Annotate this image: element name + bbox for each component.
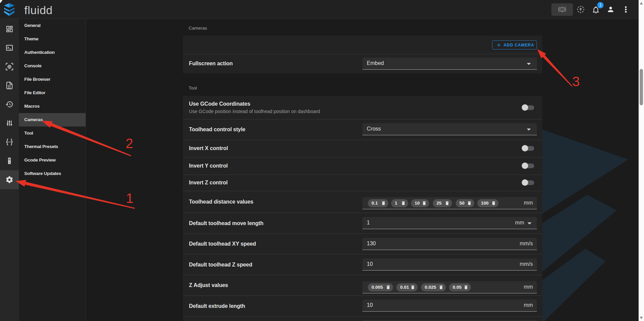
svg-text:1: 1 bbox=[126, 191, 133, 206]
svg-text:2: 2 bbox=[126, 136, 133, 151]
svg-text:3: 3 bbox=[572, 74, 580, 89]
